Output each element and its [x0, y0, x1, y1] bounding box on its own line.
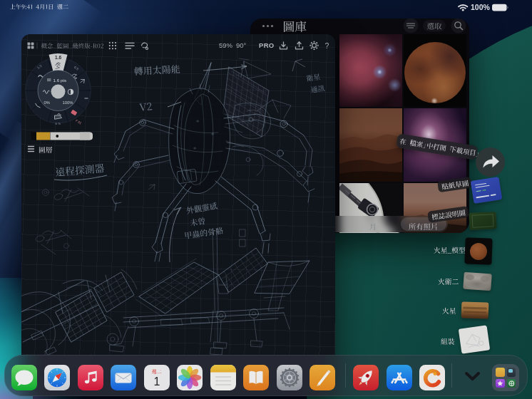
svg-text:100%: 100%	[471, 3, 491, 11]
svg-text:6 %: 6 %	[56, 122, 61, 125]
svg-text:100%: 100%	[63, 100, 73, 105]
svg-text:1.6 pts: 1.6 pts	[53, 78, 67, 83]
svg-text:1.6: 1.6	[55, 55, 61, 60]
svg-text:F 91: F 91	[75, 119, 83, 125]
svg-text:0%: 0%	[44, 100, 50, 105]
svg-text:1: 1	[153, 375, 160, 388]
